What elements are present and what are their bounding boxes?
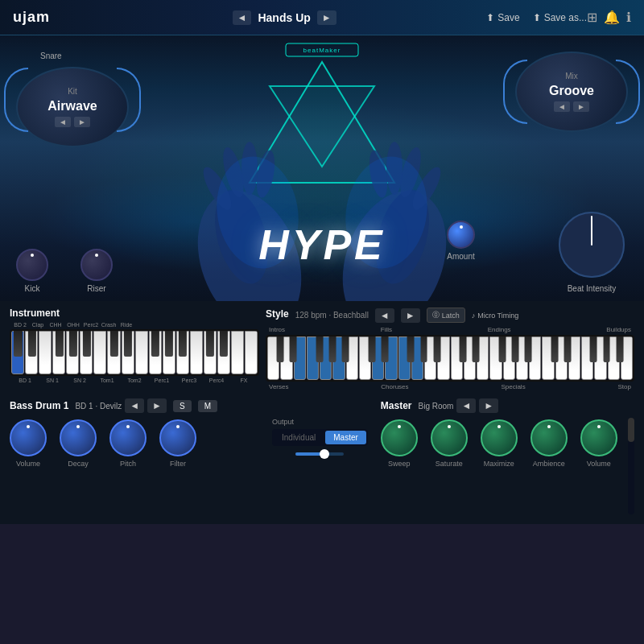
mix-prev[interactable]: ◄	[554, 101, 570, 112]
instrument-white-key-7[interactable]	[107, 331, 120, 374]
instrument-white-key-1[interactable]	[25, 331, 38, 374]
amount-section: Amount	[447, 221, 475, 261]
bell-icon[interactable]: 🔔	[604, 10, 620, 25]
resize-icon[interactable]: ⊞	[587, 10, 597, 25]
instrument-white-key-5[interactable]	[80, 331, 93, 374]
instrument-white-key-17[interactable]	[245, 331, 258, 374]
style-white-key-9[interactable]	[385, 336, 397, 380]
maximize-knob[interactable]	[481, 419, 518, 456]
instrument-white-key-10[interactable]	[149, 331, 162, 374]
style-white-key-1[interactable]	[280, 336, 292, 380]
beat-intensity-dial[interactable]	[555, 208, 628, 281]
style-white-key-4[interactable]	[320, 336, 332, 380]
filter-knob[interactable]	[159, 419, 196, 456]
master-volume-knob[interactable]	[580, 419, 617, 456]
save-as-icon: ⬆	[533, 12, 541, 23]
style-white-key-24[interactable]	[581, 336, 593, 380]
instrument-white-key-9[interactable]	[135, 331, 148, 374]
mute-button[interactable]: M	[198, 400, 217, 412]
style-white-key-20[interactable]	[529, 336, 541, 380]
style-white-key-11[interactable]	[411, 336, 423, 380]
style-white-key-0[interactable]	[267, 336, 279, 380]
style-white-key-17[interactable]	[489, 336, 502, 380]
mix-panel[interactable]: Mix Groove ◄ ►	[515, 52, 628, 132]
kit-panel[interactable]: Kit Airwave ◄ ►	[16, 67, 129, 147]
individual-button[interactable]: Individual	[274, 431, 324, 444]
style-white-key-15[interactable]	[464, 336, 476, 380]
instrument-white-key-13[interactable]	[190, 331, 203, 374]
style-white-key-26[interactable]	[608, 336, 620, 380]
style-white-key-3[interactable]	[307, 336, 319, 380]
kit-prev[interactable]: ◄	[55, 117, 71, 127]
pitch-knob[interactable]	[109, 419, 147, 456]
style-label-fills: Fills	[381, 326, 392, 333]
bass-drum-prev[interactable]: ◄	[125, 398, 144, 413]
style-keyboard	[266, 335, 634, 382]
info-icon[interactable]: ℹ	[626, 10, 631, 25]
ambience-knob[interactable]	[530, 419, 568, 456]
instrument-white-key-3[interactable]	[52, 331, 65, 374]
style-white-key-2[interactable]	[294, 336, 306, 380]
style-white-key-13[interactable]	[437, 336, 449, 380]
style-white-key-25[interactable]	[594, 336, 606, 380]
saturate-knob[interactable]	[431, 419, 468, 456]
master-button[interactable]: Master	[325, 431, 366, 444]
instrument-white-key-4[interactable]	[66, 331, 79, 374]
instrument-white-key-11[interactable]	[163, 331, 175, 374]
inst-bot-2: SN 2	[66, 378, 93, 383]
style-white-key-22[interactable]	[555, 336, 568, 380]
volume-knob[interactable]	[10, 419, 47, 456]
decay-knob[interactable]	[60, 419, 97, 456]
instrument-white-key-0[interactable]	[11, 331, 24, 374]
master-volume-knob-dot	[597, 425, 601, 428]
style-white-key-23[interactable]	[568, 336, 580, 380]
style-prev[interactable]: ◄	[375, 308, 394, 323]
master-next[interactable]: ►	[479, 398, 498, 413]
instrument-white-key-2[interactable]	[39, 331, 52, 374]
master-prev[interactable]: ◄	[456, 398, 476, 413]
riser-knob[interactable]	[80, 249, 113, 281]
latch-button[interactable]: ⓪ Latch	[427, 308, 465, 323]
instrument-white-key-14[interactable]	[204, 331, 217, 374]
instrument-white-key-16[interactable]	[231, 331, 244, 374]
instrument-white-key-8[interactable]	[122, 331, 134, 374]
style-white-key-14[interactable]	[451, 336, 463, 380]
instrument-white-key-12[interactable]	[176, 331, 189, 374]
sweep-knob[interactable]	[381, 419, 418, 456]
instrument-white-key-6[interactable]	[93, 331, 106, 374]
volume-knob-label: Volume	[16, 460, 40, 468]
style-white-key-7[interactable]	[359, 336, 371, 380]
style-white-key-5[interactable]	[332, 336, 345, 380]
style-white-key-10[interactable]	[398, 336, 411, 380]
style-white-key-6[interactable]	[346, 336, 358, 380]
hero-right-controls: Mix Groove ◄ ►	[515, 52, 628, 132]
kit-next[interactable]: ►	[74, 117, 90, 127]
bass-drum-next[interactable]: ►	[147, 398, 167, 413]
amount-knob[interactable]	[447, 221, 475, 249]
style-white-key-19[interactable]	[516, 336, 528, 380]
style-white-key-27[interactable]	[621, 336, 633, 380]
style-white-key-12[interactable]	[424, 336, 436, 380]
style-white-key-16[interactable]	[477, 336, 489, 380]
instrument-white-key-15[interactable]	[217, 331, 230, 374]
top-icons: ⊞ 🔔 ℹ	[587, 10, 631, 25]
scrollbar[interactable]	[628, 418, 634, 514]
preset-prev-button[interactable]: ◄	[233, 10, 252, 25]
controls-row: Bass Drum 1 BD 1 · Devilz ◄ ► S M Volume	[10, 395, 634, 518]
style-white-key-21[interactable]	[542, 336, 554, 380]
preset-next-button[interactable]: ►	[317, 10, 336, 25]
save-as-button[interactable]: ⬆ Save as...	[533, 12, 587, 23]
style-top-labels: Intros Fills Endings Buildups	[266, 326, 634, 333]
inst-bot-4: Tom2	[121, 378, 148, 383]
save-button[interactable]: ⬆ Save	[486, 12, 519, 23]
style-next[interactable]: ►	[401, 308, 420, 323]
output-toggle-group: Individual Master	[272, 429, 368, 446]
mix-next[interactable]: ►	[573, 101, 589, 112]
style-white-key-18[interactable]	[503, 336, 515, 380]
kick-knob[interactable]	[16, 249, 48, 281]
master-header: Master Big Room ◄ ►	[381, 398, 621, 413]
style-label-choruses: Choruses	[381, 383, 408, 390]
solo-button[interactable]: S	[173, 400, 192, 412]
output-slider-thumb[interactable]	[320, 449, 329, 459]
style-white-key-8[interactable]	[372, 336, 384, 380]
